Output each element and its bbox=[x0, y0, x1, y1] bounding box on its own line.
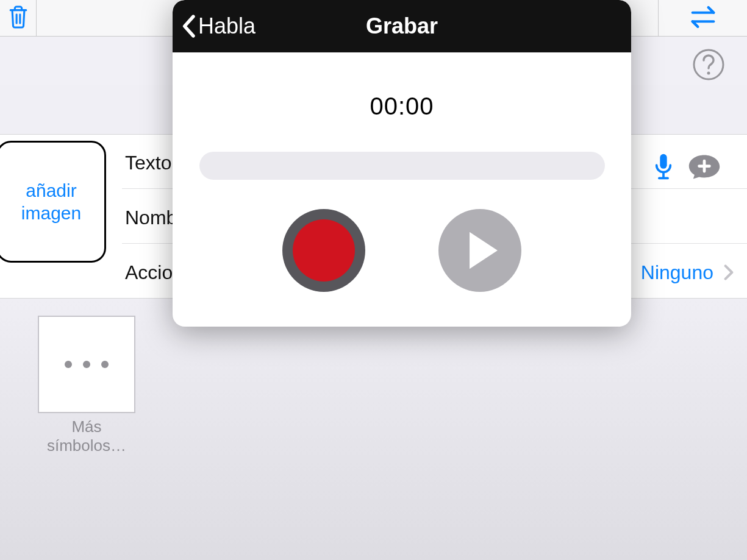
back-label: Habla bbox=[198, 13, 256, 39]
swap-button[interactable] bbox=[659, 0, 747, 36]
svg-point-0 bbox=[694, 50, 723, 79]
chevron-left-icon bbox=[181, 15, 196, 38]
add-image-button[interactable]: añadir imagen bbox=[0, 141, 106, 263]
trash-icon bbox=[8, 5, 29, 32]
row-label-name: Nomb bbox=[125, 207, 177, 229]
speech-plus-icon bbox=[687, 153, 721, 181]
record-button[interactable] bbox=[282, 209, 365, 292]
help-icon bbox=[692, 48, 726, 82]
chevron-right-icon bbox=[724, 264, 734, 283]
svg-rect-2 bbox=[660, 154, 667, 169]
microphone-icon bbox=[653, 153, 674, 181]
more-symbols-button[interactable] bbox=[38, 316, 135, 413]
row-label-text: Texto bbox=[125, 152, 171, 174]
help-button[interactable] bbox=[692, 48, 726, 82]
symbol-suggestions-area: Más símbolos… bbox=[0, 299, 747, 560]
row-label-action: Accio bbox=[125, 261, 173, 284]
record-speech-button[interactable] bbox=[653, 153, 674, 183]
swap-arrows-icon bbox=[687, 5, 719, 31]
recording-controls bbox=[173, 209, 631, 292]
back-button[interactable]: Habla bbox=[181, 13, 256, 39]
more-symbols-label: Más símbolos… bbox=[32, 417, 141, 455]
play-icon bbox=[466, 230, 501, 271]
add-speech-bubble-button[interactable] bbox=[687, 153, 721, 183]
record-icon bbox=[293, 219, 355, 282]
recording-progress-bar[interactable] bbox=[199, 152, 605, 180]
delete-button[interactable] bbox=[0, 0, 37, 36]
recording-timer: 00:00 bbox=[173, 93, 631, 120]
add-image-label: añadir imagen bbox=[0, 179, 104, 225]
play-button[interactable] bbox=[438, 209, 521, 292]
record-popover: Habla Grabar 00:00 bbox=[173, 0, 631, 327]
ellipsis-icon bbox=[65, 361, 109, 368]
action-value[interactable]: Ninguno bbox=[641, 261, 713, 284]
svg-point-1 bbox=[707, 72, 710, 75]
popover-header: Habla Grabar bbox=[173, 0, 631, 52]
